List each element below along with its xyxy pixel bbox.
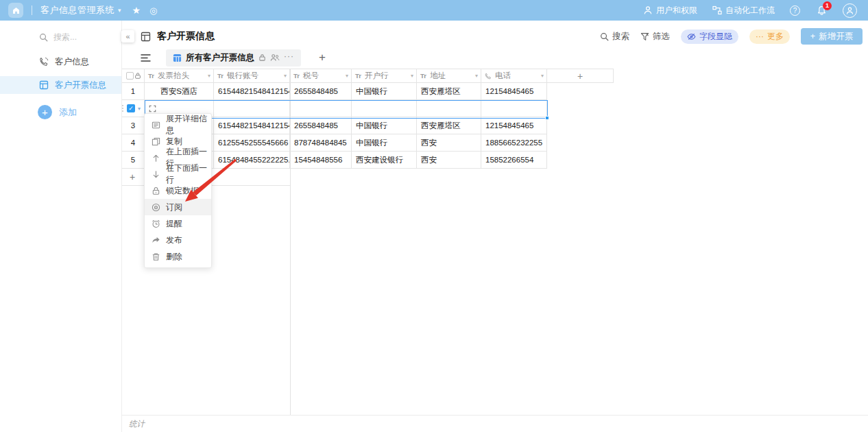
table-cell[interactable]: 15852266554: [481, 152, 547, 169]
row-tools-cell: ✓ ▾: [122, 100, 145, 117]
column-header-phone[interactable]: 电话 ▾: [481, 69, 547, 83]
share-arrow-icon: [152, 236, 160, 245]
table-cell[interactable]: [290, 100, 352, 117]
drag-handle-icon[interactable]: [122, 105, 123, 112]
star-icon[interactable]: ★: [132, 5, 141, 16]
column-label: 发票抬头: [158, 71, 189, 81]
table-cell[interactable]: [481, 100, 547, 117]
text-field-type-icon: Tr: [420, 72, 426, 80]
select-all-cell[interactable]: [122, 69, 145, 83]
menu-item-insert-row-below[interactable]: 在下面插一行: [145, 166, 211, 182]
table-cell[interactable]: 西安建设银行: [352, 152, 417, 169]
menu-item-publish[interactable]: 发布: [145, 232, 211, 248]
menu-item-expand-record[interactable]: 展开详细信息: [145, 117, 211, 133]
home-button[interactable]: [8, 3, 23, 18]
row-number[interactable]: 5: [122, 152, 145, 169]
sidebar-add-label: 添加: [59, 106, 77, 119]
table-cell[interactable]: 西安: [417, 152, 481, 169]
table-cell[interactable]: 12154845465: [481, 83, 547, 100]
view-tab-all-invoices[interactable]: 所有客户开票信息 ···: [166, 49, 301, 67]
table-cell[interactable]: [352, 100, 417, 117]
table-cell[interactable]: [214, 100, 290, 117]
search-label: 搜索: [612, 31, 629, 43]
trash-icon: [152, 252, 160, 261]
sidebar-item-customer-info[interactable]: 客户信息: [0, 53, 121, 71]
more-button[interactable]: ··· 更多: [749, 29, 790, 44]
row-checkbox-checked[interactable]: ✓: [127, 104, 135, 112]
menu-item-delete[interactable]: 删除: [145, 248, 211, 265]
table-cell[interactable]: 15454848556: [290, 152, 352, 169]
row-number[interactable]: 4: [122, 134, 145, 152]
sidebar-item-invoice-info[interactable]: 客户开票信息: [0, 76, 121, 94]
table-cell[interactable]: 878748484845: [290, 134, 352, 152]
toolbar: 搜索 筛选 字段显隐 ··· 更多 + 新增开票: [600, 26, 863, 47]
expand-record-icon: [152, 121, 160, 130]
add-column-button[interactable]: +: [547, 69, 614, 83]
plus-icon: +: [810, 32, 815, 41]
column-header-bank-branch[interactable]: Tr 开户行 ▾: [352, 69, 417, 83]
table-cell[interactable]: 西安: [417, 134, 481, 152]
help-button[interactable]: ?: [790, 5, 800, 16]
table-cell[interactable]: 615448215484121548: [214, 83, 290, 100]
column-header-invoice-title[interactable]: Tr 发票抬头 ▾: [145, 69, 214, 83]
column-header-tax-number[interactable]: Tr 税号 ▾: [290, 69, 352, 83]
column-header-address[interactable]: Tr 地址 ▾: [417, 69, 481, 83]
automation-workflow-button[interactable]: 自动化工作流: [712, 5, 775, 16]
sidebar-collapse-button[interactable]: «: [121, 30, 134, 43]
target-icon[interactable]: ◎: [149, 5, 157, 16]
users-permissions-button[interactable]: 用户和权限: [643, 5, 697, 16]
table-cell[interactable]: 中国银行: [352, 117, 417, 134]
table-cell[interactable]: 6154848455222225...: [214, 152, 290, 169]
table-cell[interactable]: 2655848485: [290, 117, 352, 134]
avatar[interactable]: [843, 3, 857, 18]
top-bar: 客户信息管理系统 ▾ ★ ◎ 用户和权限 自动化工作流 ? 1: [0, 0, 868, 21]
tab-more-icon[interactable]: ···: [284, 51, 294, 61]
row-number[interactable]: 1: [122, 83, 145, 100]
chevron-down-icon[interactable]: ▾: [541, 73, 544, 79]
filter-button[interactable]: 筛选: [640, 31, 670, 43]
column-header-bank-account[interactable]: Tr 银行账号 ▾: [214, 69, 290, 83]
table-cell[interactable]: 中国银行: [352, 83, 417, 100]
expand-record-icon[interactable]: [149, 105, 156, 112]
sidebar-add-button[interactable]: + 添加: [0, 105, 121, 119]
chevron-down-icon[interactable]: ▾: [208, 73, 210, 79]
app-title[interactable]: 客户信息管理系统: [40, 4, 114, 16]
table-cell[interactable]: 1885665232255: [481, 134, 547, 152]
table-cell[interactable]: 中国银行: [352, 134, 417, 152]
chevron-down-icon[interactable]: ▾: [411, 73, 413, 79]
text-field-type-icon: Tr: [217, 72, 224, 80]
sidebar: 搜索... 客户信息 客户开票信息 + 添加: [0, 21, 122, 432]
column-label: 开户行: [365, 71, 389, 81]
view-list-button[interactable]: [141, 53, 151, 62]
new-invoice-button[interactable]: + 新增开票: [801, 28, 863, 45]
chevron-down-icon[interactable]: ▾: [138, 106, 141, 112]
chevron-down-icon[interactable]: ▾: [346, 73, 348, 79]
menu-item-reminder[interactable]: 提醒: [145, 215, 211, 232]
divider: [32, 5, 32, 15]
menu-item-label: 在下面插一行: [166, 163, 211, 186]
table-cell[interactable]: 西安S酒店: [145, 83, 214, 100]
table-cell[interactable]: 12154845465: [481, 117, 547, 134]
table-cell[interactable]: [417, 100, 481, 117]
field-visibility-button[interactable]: 字段显隐: [681, 29, 738, 44]
add-view-button[interactable]: +: [319, 51, 326, 64]
table-cell[interactable]: 615448215484121548: [214, 117, 290, 134]
table-cell[interactable]: 2655848485: [290, 83, 352, 100]
sidebar-search-input[interactable]: 搜索...: [0, 21, 121, 47]
table-cell[interactable]: 西安雁塔区: [417, 83, 481, 100]
chevron-down-icon[interactable]: ▾: [284, 73, 287, 79]
chevron-down-icon[interactable]: ▾: [118, 7, 121, 14]
menu-item-label: 复制: [166, 136, 182, 147]
search-icon: [39, 33, 48, 42]
plus-icon: +: [38, 105, 52, 119]
search-button[interactable]: 搜索: [600, 31, 629, 43]
row-number[interactable]: 3: [122, 117, 145, 134]
table-cell[interactable]: 6125545255545666: [214, 134, 290, 152]
select-all-checkbox[interactable]: [126, 72, 134, 80]
menu-item-subscribe[interactable]: 订阅: [145, 199, 211, 215]
chevron-down-icon[interactable]: ▾: [475, 73, 478, 79]
stats-label[interactable]: 统计: [129, 419, 145, 429]
table-cell[interactable]: 西安雁塔区: [417, 117, 481, 134]
frozen-column-divider[interactable]: [290, 69, 291, 415]
notifications-button[interactable]: 1: [815, 4, 828, 16]
